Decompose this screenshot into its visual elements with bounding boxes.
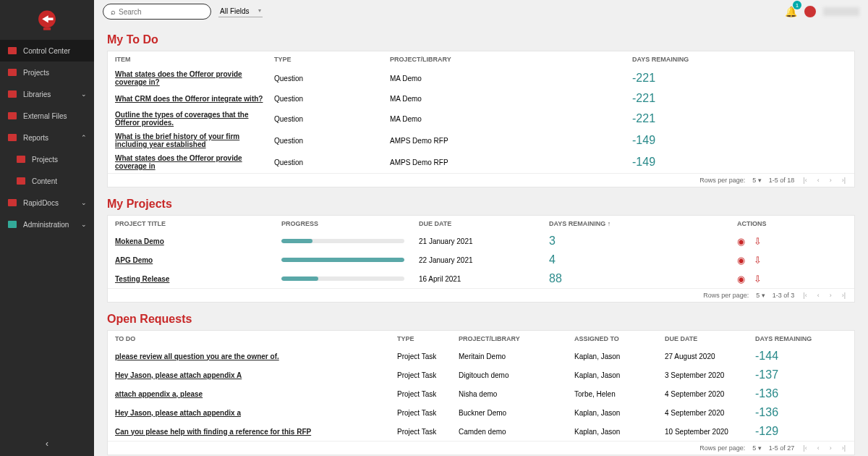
todo-type: Question [274,137,390,145]
request-link[interactable]: please review all question you are the o… [115,352,279,360]
sidebar-item-libraries[interactable]: Libraries⌄ [0,83,94,105]
project-link[interactable]: Mokena Demo [115,237,164,245]
search-box[interactable]: ⌕ [103,4,211,20]
col-header[interactable]: DAYS REMAINING ↑ [549,220,737,227]
nav-icon [16,176,26,186]
progress-bar [281,258,404,262]
col-header: DUE DATE [665,335,755,342]
download-icon[interactable]: ⇩ [754,255,762,266]
requests-header: TO DO TYPE PROJECT/LIBRARY ASSIGNED TO D… [108,331,854,347]
progress-bar [281,239,404,243]
request-link[interactable]: attach appendix a, please [115,390,203,398]
avatar[interactable] [803,4,817,19]
nav-icon [7,132,17,143]
svg-rect-7 [17,156,25,163]
chevron-icon: ⌄ [81,90,87,98]
sidebar-item-control-center[interactable]: Control Center [0,40,94,62]
project-link[interactable]: Testing Release [115,275,169,283]
request-link[interactable]: Hey Jason, please attach appendix a [115,409,241,417]
project-due: 16 April 2021 [419,275,549,283]
svg-rect-9 [8,199,17,206]
todo-project: MA Demo [390,115,632,123]
pager-last[interactable]: ›| [841,444,847,452]
request-due: 4 September 2020 [665,390,755,398]
request-days: -136 [755,387,847,400]
nav-icon [7,89,17,99]
pager-next[interactable]: › [828,292,833,299]
sidebar-item-external-files[interactable]: External Files [0,105,94,127]
col-header: ASSIGNED TO [574,335,665,342]
sidebar-item-projects[interactable]: Projects [0,148,94,170]
username [823,7,859,16]
request-type: Project Task [397,390,459,398]
pager-first[interactable]: |‹ [801,444,808,452]
download-icon[interactable]: ⇩ [754,274,762,284]
pager-prev[interactable]: ‹ [816,444,821,452]
todo-item-link[interactable]: Outline the types of coverages that the … [115,111,248,127]
svg-rect-10 [8,221,17,228]
project-link[interactable]: APG Demo [115,256,153,264]
search-input[interactable] [119,8,203,16]
svg-rect-8 [17,177,25,185]
request-project: Buckner Demo [459,409,574,417]
sidebar-item-administration[interactable]: Administration⌄ [0,214,94,235]
section-title-projects: My Projects [107,198,855,211]
pager-last[interactable]: ›| [841,292,847,299]
request-project: Meritain Demo [459,352,574,360]
request-type: Project Task [397,428,459,436]
sidebar-item-content[interactable]: Content [0,170,94,192]
pager-first[interactable]: |‹ [801,177,808,184]
col-header: PROJECT/LIBRARY [459,335,574,342]
col-header: TYPE [274,56,390,63]
sidebar-item-rapiddocs[interactable]: RapidDocs⌄ [0,192,94,214]
request-link[interactable]: Can you please help with finding a refer… [115,428,311,436]
request-days: -144 [755,350,847,363]
requests-pager: Rows per page: 5 ▾ 1-5 of 27 |‹ ‹ › ›| [108,441,854,455]
rpp-select[interactable]: 5 ▾ [756,292,765,299]
pager-prev[interactable]: ‹ [816,292,821,299]
todo-item-link[interactable]: What is the brief history of your firm i… [115,132,239,148]
pager-first[interactable]: |‹ [801,292,808,299]
nav-label: External Files [23,112,87,120]
table-row: APG Demo22 January 20214◉⇩ [108,250,854,269]
sidebar: Control CenterProjectsLibraries⌄External… [0,0,94,456]
todo-panel: ITEM TYPE PROJECT/LIBRARY DAYS REMAINING… [107,51,855,187]
projects-header: PROJECT TITLE PROGRESS DUE DATE DAYS REM… [108,216,854,232]
request-due: 3 September 2020 [665,371,755,379]
pager-next[interactable]: › [828,177,833,184]
todo-item-link[interactable]: What states does the Offeror provide cov… [115,70,242,86]
view-icon[interactable]: ◉ [737,255,745,266]
pager-prev[interactable]: ‹ [816,177,821,184]
svg-rect-6 [8,134,17,141]
progress-bar [281,276,404,281]
table-row: Mokena Demo21 January 20213◉⇩ [108,232,854,250]
todo-item-link[interactable]: What states does the Offeror provide cov… [115,154,242,170]
sidebar-item-reports[interactable]: Reports⌃ [0,127,94,148]
search-icon: ⌕ [111,7,116,16]
col-header: PROGRESS [281,220,419,227]
todo-item-link[interactable]: What CRM does the Offeror integrate with… [115,95,263,103]
view-icon[interactable]: ◉ [737,274,745,284]
rpp-select[interactable]: 5 ▾ [752,177,762,184]
view-icon[interactable]: ◉ [737,236,745,247]
search-fields-dropdown[interactable]: All Fields [218,6,263,17]
svg-rect-5 [8,112,17,119]
pager-range: 1-5 of 27 [769,444,795,452]
svg-rect-4 [8,90,17,98]
chevron-icon: ⌄ [81,199,87,206]
project-days: 4 [549,253,737,266]
nav-label: Control Center [23,47,87,55]
pager-last[interactable]: ›| [841,177,847,184]
sidebar-collapse-button[interactable]: ‹ [0,431,94,456]
table-row: attach appendix a, pleaseProject TaskNis… [108,384,854,403]
sidebar-item-projects[interactable]: Projects [0,62,94,83]
notifications-button[interactable]: 🔔 1 [785,5,797,18]
rpp-select[interactable]: 5 ▾ [752,444,762,452]
download-icon[interactable]: ⇩ [754,236,762,247]
request-link[interactable]: Hey Jason, please attach appendix A [115,371,242,379]
pager-next[interactable]: › [828,444,833,452]
col-header: DAYS REMAINING [755,335,847,342]
todo-days: -221 [632,72,847,85]
todo-days: -149 [632,134,847,147]
request-assigned: Kaplan, Jason [574,428,665,436]
